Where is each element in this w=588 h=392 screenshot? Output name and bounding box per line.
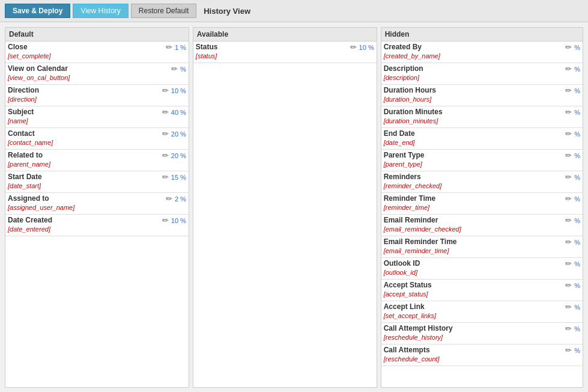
- field-label: Email Reminder: [384, 216, 566, 224]
- field-token: [reschedule_count]: [384, 355, 440, 363]
- edit-icon[interactable]: ✏: [162, 151, 169, 160]
- field-label: Accept Link: [384, 302, 566, 311]
- field-token: [date_start]: [8, 182, 41, 189]
- save-deploy-button[interactable]: Save & Deploy: [5, 4, 70, 18]
- edit-icon[interactable]: ✏: [565, 108, 572, 117]
- edit-icon[interactable]: ✏: [162, 108, 169, 117]
- list-item: Status✏10 %[status]: [193, 41, 377, 63]
- field-percent: %: [574, 109, 580, 116]
- field-token: [reschedule_history]: [384, 334, 443, 341]
- field-token: [created_by_name]: [384, 52, 440, 60]
- edit-icon[interactable]: ✏: [565, 216, 572, 225]
- field-label: Reminders: [384, 173, 566, 181]
- list-item: Related to✏20 %[parent_name]: [5, 150, 189, 171]
- field-label: Status: [196, 43, 350, 51]
- field-token: [email_reminder_checked]: [384, 225, 461, 233]
- field-percent: %: [574, 87, 580, 94]
- field-percent: 15 %: [171, 174, 186, 181]
- edit-icon[interactable]: ✏: [166, 194, 172, 203]
- field-percent: %: [574, 304, 580, 311]
- edit-icon[interactable]: ✏: [162, 86, 169, 95]
- list-item: Parent Type✏%[parent_type]: [381, 150, 583, 171]
- field-percent: %: [574, 239, 580, 246]
- restore-default-button[interactable]: Restore Default: [131, 4, 196, 18]
- list-item: Assigned to✏2 %[assigned_user_name]: [5, 193, 189, 215]
- edit-icon[interactable]: ✏: [565, 43, 572, 52]
- edit-icon[interactable]: ✏: [162, 173, 169, 182]
- field-token: [name]: [8, 117, 28, 124]
- field-label: Close: [8, 43, 166, 51]
- default-column-header: Default: [5, 28, 189, 41]
- field-label: Created By: [384, 43, 566, 51]
- field-label: Assigned to: [8, 194, 166, 203]
- field-label: Parent Type: [384, 151, 566, 159]
- field-label: Contact: [8, 129, 162, 138]
- edit-icon[interactable]: ✏: [565, 259, 572, 268]
- field-token: [date_end]: [384, 139, 415, 146]
- edit-icon[interactable]: ✏: [565, 324, 572, 333]
- field-label: Start Date: [8, 173, 162, 181]
- list-item: Close✏1 %[set_complete]: [5, 41, 189, 63]
- edit-icon[interactable]: ✏: [171, 64, 178, 73]
- field-token: [accept_status]: [384, 290, 428, 298]
- field-percent: 20 %: [171, 152, 186, 159]
- field-label: View on Calendar: [8, 64, 171, 73]
- field-percent: %: [574, 325, 580, 332]
- edit-icon[interactable]: ✏: [565, 346, 572, 355]
- edit-icon[interactable]: ✏: [565, 129, 572, 138]
- field-token: [duration_hours]: [384, 96, 432, 103]
- field-percent: %: [574, 152, 580, 159]
- edit-icon[interactable]: ✏: [565, 151, 572, 160]
- field-label: Call Attempts: [384, 346, 566, 354]
- field-token: [parent_type]: [384, 161, 422, 168]
- field-token: [set_complete]: [8, 52, 51, 60]
- edit-icon[interactable]: ✏: [565, 194, 572, 203]
- field-percent: %: [574, 260, 580, 268]
- list-item: Reminders✏%[reminder_checked]: [381, 171, 583, 193]
- edit-icon[interactable]: ✏: [162, 216, 169, 225]
- view-history-button[interactable]: View History: [73, 4, 128, 18]
- field-token: [email_reminder_time]: [384, 247, 449, 254]
- field-label: Call Attempt History: [384, 324, 566, 332]
- field-token: [assigned_user_name]: [8, 204, 74, 211]
- list-item: Direction✏10 %[direction]: [5, 85, 189, 106]
- field-percent: %: [574, 347, 580, 354]
- columns-container: Default Close✏1 %[set_complete]View on C…: [0, 22, 588, 392]
- edit-icon[interactable]: ✏: [166, 43, 172, 52]
- field-percent: %: [574, 66, 580, 73]
- hidden-column: Hidden Created By✏%[created_by_name]Desc…: [381, 27, 583, 388]
- field-percent: 40 %: [171, 109, 186, 116]
- edit-icon[interactable]: ✏: [565, 281, 572, 290]
- list-item: Call Attempt History✏%[reschedule_histor…: [381, 323, 583, 345]
- field-token: [direction]: [8, 96, 37, 103]
- field-label: Outlook ID: [384, 259, 566, 268]
- edit-icon[interactable]: ✏: [565, 173, 572, 182]
- list-item: Accept Link✏%[set_accept_links]: [381, 301, 583, 323]
- field-token: [reminder_time]: [384, 204, 429, 211]
- field-token: [description]: [384, 74, 419, 81]
- edit-icon[interactable]: ✏: [162, 129, 169, 138]
- list-item: Duration Hours✏%[duration_hours]: [381, 85, 583, 106]
- list-item: Email Reminder✏%[email_reminder_checked]: [381, 215, 583, 236]
- list-item: Duration Minutes✏%[duration_minutes]: [381, 106, 583, 128]
- list-item: View on Calendar✏%[view_on_cal_button]: [5, 63, 189, 85]
- edit-icon[interactable]: ✏: [350, 43, 357, 52]
- field-percent: 10 %: [171, 87, 186, 94]
- list-item: Date Created✏10 %[date_entered]: [5, 215, 189, 236]
- edit-icon[interactable]: ✏: [565, 302, 572, 311]
- edit-icon[interactable]: ✏: [565, 237, 572, 247]
- field-percent: %: [574, 282, 580, 289]
- list-item: Accept Status✏%[accept_status]: [381, 280, 583, 301]
- available-column: Available Status✏10 %[status]: [193, 27, 377, 388]
- field-label: Direction: [8, 86, 162, 94]
- field-percent: %: [574, 195, 580, 203]
- field-token: [set_accept_links]: [384, 312, 436, 319]
- list-item: Description✏%[description]: [381, 63, 583, 85]
- field-label: Subject: [8, 108, 162, 116]
- field-label: Email Reminder Time: [384, 237, 566, 246]
- field-token: [contact_name]: [8, 139, 53, 146]
- list-item: Contact✏20 %[contact_name]: [5, 128, 189, 150]
- edit-icon[interactable]: ✏: [565, 86, 572, 95]
- field-label: Duration Hours: [384, 86, 566, 94]
- edit-icon[interactable]: ✏: [565, 64, 572, 73]
